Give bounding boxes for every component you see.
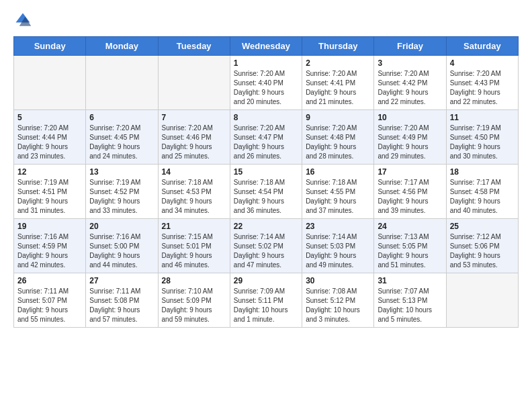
day-number: 14 <box>162 167 226 177</box>
calendar-weekday-header: Tuesday <box>158 37 230 56</box>
day-number: 3 <box>378 58 442 68</box>
calendar-day-cell: 16Sunrise: 7:18 AMSunset: 4:55 PMDayligh… <box>302 165 374 219</box>
day-info: Sunrise: 7:17 AMSunset: 4:56 PMDaylight:… <box>378 178 442 216</box>
calendar-day-cell: 28Sunrise: 7:10 AMSunset: 5:09 PMDayligh… <box>158 273 230 328</box>
day-info: Sunrise: 7:16 AMSunset: 5:00 PMDaylight:… <box>89 232 154 270</box>
calendar-day-cell <box>86 56 158 110</box>
day-number: 15 <box>234 167 298 177</box>
day-number: 19 <box>17 222 82 231</box>
calendar-day-cell: 14Sunrise: 7:18 AMSunset: 4:53 PMDayligh… <box>158 165 230 219</box>
day-info: Sunrise: 7:18 AMSunset: 4:53 PMDaylight:… <box>162 178 226 216</box>
day-info: Sunrise: 7:20 AMSunset: 4:48 PMDaylight:… <box>306 124 370 161</box>
day-number: 18 <box>450 167 515 177</box>
day-number: 10 <box>378 113 442 122</box>
day-number: 24 <box>378 222 442 231</box>
calendar-day-cell <box>158 56 230 110</box>
calendar-day-cell: 9Sunrise: 7:20 AMSunset: 4:48 PMDaylight… <box>302 110 374 165</box>
calendar-weekday-header: Saturday <box>446 37 518 56</box>
day-info: Sunrise: 7:20 AMSunset: 4:42 PMDaylight:… <box>378 69 442 107</box>
day-number: 30 <box>306 276 370 285</box>
day-info: Sunrise: 7:20 AMSunset: 4:49 PMDaylight:… <box>378 124 442 161</box>
calendar-weekday-header: Wednesday <box>230 37 302 56</box>
calendar-day-cell: 22Sunrise: 7:14 AMSunset: 5:02 PMDayligh… <box>230 219 302 273</box>
calendar-day-cell <box>14 56 86 110</box>
day-number: 9 <box>306 113 370 122</box>
day-info: Sunrise: 7:19 AMSunset: 4:50 PMDaylight:… <box>450 124 515 161</box>
day-info: Sunrise: 7:17 AMSunset: 4:58 PMDaylight:… <box>450 178 515 216</box>
calendar-day-cell: 30Sunrise: 7:08 AMSunset: 5:12 PMDayligh… <box>302 273 374 328</box>
day-info: Sunrise: 7:14 AMSunset: 5:03 PMDaylight:… <box>306 232 370 270</box>
day-info: Sunrise: 7:20 AMSunset: 4:41 PMDaylight:… <box>306 69 370 107</box>
calendar-day-cell: 4Sunrise: 7:20 AMSunset: 4:43 PMDaylight… <box>446 56 518 110</box>
calendar-weekday-header: Monday <box>86 37 158 56</box>
calendar-header-row: SundayMondayTuesdayWednesdayThursdayFrid… <box>14 37 519 56</box>
day-number: 20 <box>89 222 154 231</box>
calendar-day-cell: 31Sunrise: 7:07 AMSunset: 5:13 PMDayligh… <box>374 273 446 328</box>
calendar-day-cell: 15Sunrise: 7:18 AMSunset: 4:54 PMDayligh… <box>230 165 302 219</box>
calendar-day-cell: 19Sunrise: 7:16 AMSunset: 4:59 PMDayligh… <box>14 219 86 273</box>
calendar-weekday-header: Friday <box>374 37 446 56</box>
day-info: Sunrise: 7:20 AMSunset: 4:43 PMDaylight:… <box>450 69 515 107</box>
calendar-weekday-header: Sunday <box>14 37 86 56</box>
day-info: Sunrise: 7:18 AMSunset: 4:55 PMDaylight:… <box>306 178 370 216</box>
day-number: 21 <box>162 222 226 231</box>
day-number: 1 <box>234 58 298 68</box>
day-number: 8 <box>234 113 298 122</box>
calendar-week-row: 26Sunrise: 7:11 AMSunset: 5:07 PMDayligh… <box>14 273 519 328</box>
day-info: Sunrise: 7:18 AMSunset: 4:54 PMDaylight:… <box>234 178 298 216</box>
day-info: Sunrise: 7:16 AMSunset: 4:59 PMDaylight:… <box>17 232 82 270</box>
day-number: 22 <box>234 222 298 231</box>
calendar-day-cell: 1Sunrise: 7:20 AMSunset: 4:40 PMDaylight… <box>230 56 302 110</box>
calendar-day-cell: 2Sunrise: 7:20 AMSunset: 4:41 PMDaylight… <box>302 56 374 110</box>
calendar-week-row: 12Sunrise: 7:19 AMSunset: 4:51 PMDayligh… <box>14 165 519 219</box>
calendar-day-cell: 13Sunrise: 7:19 AMSunset: 4:52 PMDayligh… <box>86 165 158 219</box>
calendar-day-cell: 29Sunrise: 7:09 AMSunset: 5:11 PMDayligh… <box>230 273 302 328</box>
day-number: 7 <box>162 113 226 122</box>
day-info: Sunrise: 7:10 AMSunset: 5:09 PMDaylight:… <box>162 287 226 324</box>
day-info: Sunrise: 7:11 AMSunset: 5:07 PMDaylight:… <box>17 287 82 324</box>
day-number: 29 <box>234 276 298 285</box>
day-info: Sunrise: 7:20 AMSunset: 4:46 PMDaylight:… <box>162 124 226 161</box>
header <box>13 11 519 30</box>
page: SundayMondayTuesdayWednesdayThursdayFrid… <box>0 0 532 338</box>
day-number: 11 <box>450 113 515 122</box>
day-number: 26 <box>17 276 82 285</box>
calendar-day-cell: 8Sunrise: 7:20 AMSunset: 4:47 PMDaylight… <box>230 110 302 165</box>
calendar-table: SundayMondayTuesdayWednesdayThursdayFrid… <box>13 36 519 328</box>
day-info: Sunrise: 7:19 AMSunset: 4:51 PMDaylight:… <box>17 178 82 216</box>
day-number: 13 <box>89 167 154 177</box>
calendar-day-cell: 10Sunrise: 7:20 AMSunset: 4:49 PMDayligh… <box>374 110 446 165</box>
day-info: Sunrise: 7:15 AMSunset: 5:01 PMDaylight:… <box>162 232 226 270</box>
calendar-day-cell: 12Sunrise: 7:19 AMSunset: 4:51 PMDayligh… <box>14 165 86 219</box>
day-number: 4 <box>450 58 515 68</box>
calendar-day-cell: 24Sunrise: 7:13 AMSunset: 5:05 PMDayligh… <box>374 219 446 273</box>
logo <box>13 11 35 30</box>
day-number: 16 <box>306 167 370 177</box>
day-number: 31 <box>378 276 442 285</box>
day-info: Sunrise: 7:09 AMSunset: 5:11 PMDaylight:… <box>234 287 298 324</box>
day-number: 25 <box>450 222 515 231</box>
calendar-day-cell: 27Sunrise: 7:11 AMSunset: 5:08 PMDayligh… <box>86 273 158 328</box>
calendar-day-cell: 23Sunrise: 7:14 AMSunset: 5:03 PMDayligh… <box>302 219 374 273</box>
day-info: Sunrise: 7:11 AMSunset: 5:08 PMDaylight:… <box>89 287 154 324</box>
calendar-day-cell: 11Sunrise: 7:19 AMSunset: 4:50 PMDayligh… <box>446 110 518 165</box>
day-info: Sunrise: 7:20 AMSunset: 4:47 PMDaylight:… <box>234 124 298 161</box>
day-info: Sunrise: 7:14 AMSunset: 5:02 PMDaylight:… <box>234 232 298 270</box>
day-info: Sunrise: 7:20 AMSunset: 4:45 PMDaylight:… <box>89 124 154 161</box>
day-number: 17 <box>378 167 442 177</box>
calendar-day-cell: 18Sunrise: 7:17 AMSunset: 4:58 PMDayligh… <box>446 165 518 219</box>
calendar-day-cell: 26Sunrise: 7:11 AMSunset: 5:07 PMDayligh… <box>14 273 86 328</box>
day-number: 27 <box>89 276 154 285</box>
calendar-weekday-header: Thursday <box>302 37 374 56</box>
calendar-week-row: 1Sunrise: 7:20 AMSunset: 4:40 PMDaylight… <box>14 56 519 110</box>
calendar-day-cell: 3Sunrise: 7:20 AMSunset: 4:42 PMDaylight… <box>374 56 446 110</box>
calendar-day-cell <box>446 273 518 328</box>
day-number: 2 <box>306 58 370 68</box>
calendar-week-row: 5Sunrise: 7:20 AMSunset: 4:44 PMDaylight… <box>14 110 519 165</box>
day-info: Sunrise: 7:13 AMSunset: 5:05 PMDaylight:… <box>378 232 442 270</box>
day-number: 6 <box>89 113 154 122</box>
day-number: 28 <box>162 276 226 285</box>
calendar-day-cell: 5Sunrise: 7:20 AMSunset: 4:44 PMDaylight… <box>14 110 86 165</box>
day-info: Sunrise: 7:20 AMSunset: 4:40 PMDaylight:… <box>234 69 298 107</box>
day-number: 23 <box>306 222 370 231</box>
